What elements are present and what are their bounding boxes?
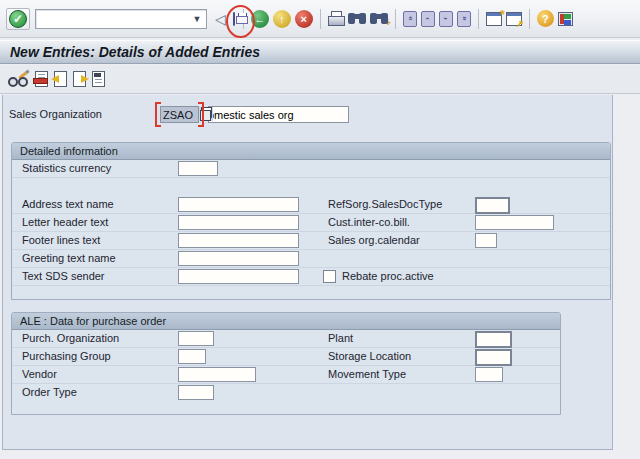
order-type-input[interactable] xyxy=(178,385,214,400)
command-input[interactable] xyxy=(38,11,188,27)
detailed-information-group: Detailed information Statistics currency… xyxy=(11,142,611,300)
help-icon[interactable]: ? xyxy=(537,10,554,27)
next-page-glyph: › xyxy=(441,17,450,20)
plant-input[interactable] xyxy=(475,331,512,348)
previous-entry-icon[interactable] xyxy=(54,71,67,87)
rebate-proc-active-checkbox[interactable] xyxy=(323,270,336,283)
footer-lines-text-input[interactable] xyxy=(178,233,299,248)
cancel-button[interactable]: × xyxy=(295,10,313,28)
sales-organization-row: Sales Organization xyxy=(3,105,614,125)
next-entry-icon[interactable] xyxy=(73,71,86,87)
possible-entries-icon[interactable] xyxy=(199,107,213,121)
page-title: New Entries: Details of Added Entries xyxy=(0,41,640,63)
statistics-currency-label: Statistics currency xyxy=(22,162,111,174)
system-toolbar: ✓ ▼ ◁ ← ↑ × + « ‹ › » ? xyxy=(0,0,640,38)
purch-organization-input[interactable] xyxy=(178,331,214,346)
toolbar-separator xyxy=(529,9,530,29)
vendor-row: Vendor Movement Type xyxy=(12,366,560,384)
enter-button[interactable]: ✓ xyxy=(6,8,30,30)
sales-organization-input[interactable] xyxy=(160,106,199,123)
movement-type-input[interactable] xyxy=(475,367,503,382)
first-page-glyph: « xyxy=(405,16,414,20)
footer-lines-text-row: Footer lines text Sales org.calendar xyxy=(12,232,610,250)
next-page-icon[interactable]: › xyxy=(439,11,453,27)
sales-organization-description-input[interactable] xyxy=(208,106,349,123)
greeting-text-name-input[interactable] xyxy=(178,251,299,266)
command-field-combo[interactable]: ▼ xyxy=(35,9,207,29)
storage-location-label: Storage Location xyxy=(328,350,411,362)
spacer-row xyxy=(12,178,610,196)
plant-label: Plant xyxy=(328,332,353,344)
previous-page-glyph: ‹ xyxy=(423,17,432,20)
display-change-icon[interactable] xyxy=(7,71,29,88)
create-shortcut-icon[interactable] xyxy=(506,12,522,26)
title-bar: New Entries: Details of Added Entries xyxy=(0,40,640,64)
content-panel: Sales Organization Detailed information … xyxy=(2,95,613,450)
find-next-plus-glyph: + xyxy=(385,17,391,28)
customize-layout-icon[interactable] xyxy=(558,12,573,26)
sales-org-calendar-label: Sales org.calendar xyxy=(328,234,420,246)
ale-purchase-order-group: ALE : Data for purchase order Purch. Org… xyxy=(11,312,561,415)
rebate-proc-active-label: Rebate proc.active xyxy=(342,270,434,282)
letter-header-text-input[interactable] xyxy=(178,215,299,230)
pencil-icon xyxy=(18,69,29,79)
refsorg-salesdoctype-input[interactable] xyxy=(475,197,510,214)
purchasing-group-label: Purchasing Group xyxy=(22,350,111,362)
last-page-glyph: » xyxy=(459,16,468,20)
cust-interco-bill-input[interactable] xyxy=(475,215,554,230)
application-toolbar xyxy=(0,65,640,94)
statistics-currency-input[interactable] xyxy=(178,161,218,176)
delete-entry-icon[interactable] xyxy=(35,71,48,87)
detailed-information-header: Detailed information xyxy=(12,143,610,160)
text-sds-sender-row: Text SDS sender Rebate proc.active xyxy=(12,268,610,286)
overview-icon[interactable] xyxy=(92,71,105,87)
find-icon[interactable] xyxy=(348,12,366,25)
greeting-text-name-row: Greeting text name xyxy=(12,250,610,268)
last-page-icon[interactable]: » xyxy=(457,11,471,27)
vendor-label: Vendor xyxy=(22,368,57,380)
footer-lines-text-label: Footer lines text xyxy=(22,234,100,246)
save-button[interactable] xyxy=(233,13,235,25)
movement-type-label: Movement Type xyxy=(328,368,406,380)
purch-organization-label: Purch. Organization xyxy=(22,332,119,344)
refsorg-salesdoctype-label: RefSorg.SalesDocType xyxy=(328,198,442,210)
first-page-icon[interactable]: « xyxy=(403,11,417,27)
back-button[interactable]: ← xyxy=(251,10,269,28)
statistics-currency-row: Statistics currency xyxy=(12,160,610,178)
cust-interco-bill-label: Cust.inter-co.bill. xyxy=(328,216,410,228)
vendor-input[interactable] xyxy=(178,367,256,382)
purch-organization-row: Purch. Organization Plant xyxy=(12,330,560,348)
purchasing-group-row: Purchasing Group Storage Location xyxy=(12,348,560,366)
letter-header-text-row: Letter header text Cust.inter-co.bill. xyxy=(12,214,610,232)
greeting-text-name-label: Greeting text name xyxy=(22,252,116,264)
letter-header-text-label: Letter header text xyxy=(22,216,108,228)
enter-check-icon: ✓ xyxy=(9,10,27,28)
address-text-name-input[interactable] xyxy=(178,197,299,212)
print-icon[interactable] xyxy=(328,11,344,26)
text-sds-sender-input[interactable] xyxy=(178,269,299,284)
sales-organization-field-wrap xyxy=(160,106,199,123)
toolbar-separator xyxy=(320,9,321,29)
address-text-name-label: Address text name xyxy=(22,198,114,210)
text-sds-sender-label: Text SDS sender xyxy=(22,270,105,282)
find-next-icon[interactable]: + xyxy=(370,12,388,25)
order-type-row: Order Type xyxy=(12,384,560,402)
sap-window: ✓ ▼ ◁ ← ↑ × + « ‹ › » ? New Entries: Det… xyxy=(0,0,640,459)
toolbar-separator xyxy=(395,9,396,29)
previous-page-icon[interactable]: ‹ xyxy=(421,11,435,27)
command-dropdown-icon[interactable]: ▼ xyxy=(190,12,204,26)
order-type-label: Order Type xyxy=(22,386,77,398)
ale-purchase-order-header: ALE : Data for purchase order xyxy=(12,313,560,330)
new-session-icon[interactable] xyxy=(486,12,502,26)
storage-location-input[interactable] xyxy=(475,349,512,366)
toolbar-separator xyxy=(478,9,479,29)
sales-organization-label: Sales Organization xyxy=(9,108,102,120)
sales-org-calendar-input[interactable] xyxy=(475,233,497,248)
save-icon xyxy=(233,12,235,26)
exit-button[interactable]: ↑ xyxy=(273,10,291,28)
purchasing-group-input[interactable] xyxy=(178,349,206,364)
back-triangle-icon[interactable]: ◁ xyxy=(215,11,226,27)
address-text-name-row: Address text name RefSorg.SalesDocType xyxy=(12,196,610,214)
